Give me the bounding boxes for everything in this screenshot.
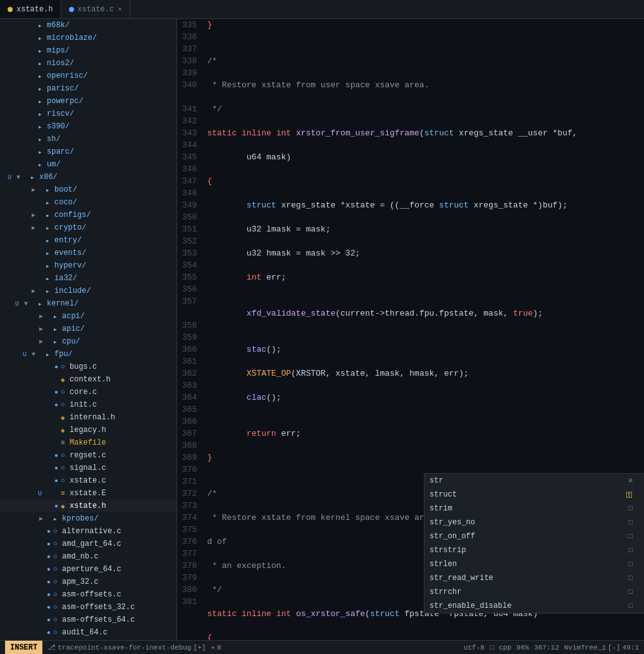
file-dot: ● <box>47 617 53 624</box>
file-icon: ○ <box>61 452 70 459</box>
file-icon: ▸ <box>38 85 47 93</box>
file-label: kprobes/ <box>62 514 99 523</box>
sidebar-item[interactable]: ●○apm_32.c <box>0 576 176 588</box>
sidebar-item[interactable]: ▸powerpc/ <box>0 95 176 108</box>
tab-dot-xstate-h <box>8 7 13 12</box>
ac-type: Keyword <box>635 491 644 498</box>
tab-xstate-h[interactable]: xstate.h <box>0 0 61 18</box>
file-dot: ● <box>54 503 61 510</box>
autocomplete-item[interactable]: str_on_off □ Function 👁 <box>424 529 644 543</box>
sidebar-item[interactable]: ▸mips/ <box>0 44 176 57</box>
autocomplete-item[interactable]: str_yes_no □ Function 👁 <box>424 515 644 529</box>
sidebar-item[interactable]: ▸coco/ <box>0 196 176 209</box>
sidebar-item[interactable]: U▼▸kernel/ <box>0 297 176 310</box>
tree-arrow: ▶ <box>39 325 47 333</box>
autocomplete-item[interactable]: struct ⚿ Keyword 👁 <box>424 488 644 502</box>
sidebar-item[interactable]: ▸s390/ <box>0 120 176 133</box>
sidebar-item[interactable]: ●○amd_gart_64.c <box>0 538 176 550</box>
file-label: asm-offsets_64.c <box>62 615 135 624</box>
sidebar-item[interactable]: U▼▸x86/ <box>0 171 176 183</box>
sidebar-item[interactable]: ●○bugs.c <box>0 361 176 373</box>
sidebar-item[interactable]: ▸sh/ <box>0 133 176 145</box>
sidebar-item[interactable]: ●○asm-offsets.c <box>0 588 176 601</box>
sidebar-item[interactable]: ●○xstate.c <box>0 474 176 487</box>
autocomplete-popup[interactable]: str ≡ Text 👁 struct ⚿ Keyword 👁 strim □ … <box>424 473 644 614</box>
main-area: ▸m68k/▸microblaze/▸mips/▸nios2/▸openrisc… <box>0 19 644 640</box>
sidebar-item[interactable]: ●○core.c <box>0 386 176 398</box>
ac-name: strim <box>430 504 628 513</box>
sidebar-item[interactable]: ▸m68k/ <box>0 19 176 32</box>
autocomplete-item[interactable]: strim □ Function 👁 <box>424 502 644 515</box>
tab-xstate-c[interactable]: xstate.c × <box>61 0 130 18</box>
file-icon: ▸ <box>46 199 54 207</box>
sidebar-item[interactable]: ◈internal.h <box>0 411 176 424</box>
sidebar-item[interactable]: ●○asm-offsets_64.c <box>0 614 176 626</box>
editor-area[interactable]: 335336337338339340.341342343344345346347… <box>177 19 644 640</box>
autocomplete-item[interactable]: strrchr □ Function 👁 <box>424 585 644 599</box>
sidebar-item[interactable]: ▶▸apic/ <box>0 323 176 335</box>
sidebar-item[interactable]: U≡xstate.E <box>0 487 176 500</box>
sidebar-item[interactable]: ●◈xstate.h <box>0 500 176 512</box>
sidebar-item[interactable]: ▸microblaze/ <box>0 32 176 44</box>
file-icon: ○ <box>61 363 70 371</box>
file-label: sh/ <box>47 135 61 144</box>
sidebar-item[interactable]: ▸sparc/ <box>0 145 176 158</box>
sidebar-item[interactable]: ▸um/ <box>0 158 176 171</box>
sidebar-item[interactable]: U▼▸fpu/ <box>0 348 176 361</box>
file-label: fpu/ <box>54 350 73 359</box>
autocomplete-item[interactable]: strlen □ Function 👁 <box>424 557 644 571</box>
tab-dot-xstate-c <box>69 7 74 12</box>
sidebar-item[interactable]: ≡Makefile <box>0 436 176 449</box>
sidebar-item[interactable]: ▸openrisc/ <box>0 70 176 82</box>
sidebar-item[interactable]: ▸nios2/ <box>0 57 176 70</box>
sidebar-item[interactable]: ●○audit_64.c <box>0 626 176 639</box>
status-position: 367:12 <box>534 644 559 651</box>
file-icon: ○ <box>53 528 62 535</box>
sidebar-item[interactable]: ●○amd_nb.c <box>0 550 176 563</box>
file-label: mips/ <box>47 46 70 55</box>
file-icon: ○ <box>61 401 70 409</box>
autocomplete-item[interactable]: str ≡ Text 👁 <box>424 474 644 488</box>
sidebar-item[interactable]: ◈context.h <box>0 373 176 386</box>
sidebar-item[interactable]: ▶▸cpu/ <box>0 335 176 348</box>
sidebar[interactable]: ▸m68k/▸microblaze/▸mips/▸nios2/▸openrisc… <box>0 19 177 640</box>
sidebar-item[interactable]: ▶▸crypto/ <box>0 221 176 234</box>
file-dot: ● <box>47 579 53 586</box>
autocomplete-item[interactable]: strstrip □ Function 👁 <box>424 543 644 557</box>
sidebar-item[interactable]: ▸riscv/ <box>0 108 176 120</box>
sidebar-item[interactable]: ▸hyperv/ <box>0 259 176 272</box>
sidebar-item[interactable]: ●○aperture_64.c <box>0 563 176 576</box>
ac-type-icon: □ <box>628 602 633 610</box>
autocomplete-item[interactable]: str_read_write □ Function 👁 <box>424 571 644 585</box>
tab-close-xstate-c[interactable]: × <box>118 6 122 13</box>
sidebar-item[interactable]: ●○init.c <box>0 398 176 411</box>
ac-name: str_yes_no <box>430 518 628 527</box>
file-icon: ○ <box>53 603 62 611</box>
sidebar-item[interactable]: ●○regset.c <box>0 449 176 462</box>
tree-arrow: ▶ <box>39 338 47 345</box>
file-dot: ● <box>54 478 61 484</box>
file-label: configs/ <box>54 211 91 219</box>
file-icon: ○ <box>53 565 62 573</box>
file-dot: ● <box>47 629 53 636</box>
sidebar-item[interactable]: ▸parisc/ <box>0 82 176 95</box>
file-label: hyperv/ <box>54 261 86 270</box>
sidebar-item[interactable]: ●○asm-offsets_32.c <box>0 601 176 614</box>
sidebar-item[interactable]: ▶▸kprobes/ <box>0 512 176 525</box>
tree-arrow: ▶ <box>32 211 39 219</box>
status-format-icon: □ <box>490 644 494 651</box>
ac-type: Function <box>635 519 644 526</box>
sidebar-item[interactable]: ▶▸boot/ <box>0 183 176 196</box>
sidebar-item[interactable]: ▶▸include/ <box>0 285 176 297</box>
sidebar-item[interactable]: ▸events/ <box>0 247 176 259</box>
sidebar-item[interactable]: ▸ia32/ <box>0 272 176 285</box>
sidebar-item[interactable]: ●○alternative.c <box>0 525 176 538</box>
sidebar-item[interactable]: ▶▸configs/ <box>0 209 176 221</box>
file-label: kernel/ <box>47 299 78 308</box>
sidebar-item[interactable]: ●○signal.c <box>0 462 176 474</box>
autocomplete-item[interactable]: str_enable_disable □ Function 👁 <box>424 599 644 613</box>
sidebar-item[interactable]: ▸entry/ <box>0 234 176 247</box>
sidebar-item[interactable]: ◈legacy.h <box>0 424 176 436</box>
tab-bar: xstate.h xstate.c × <box>0 0 644 19</box>
sidebar-item[interactable]: ▶▸acpi/ <box>0 310 176 323</box>
